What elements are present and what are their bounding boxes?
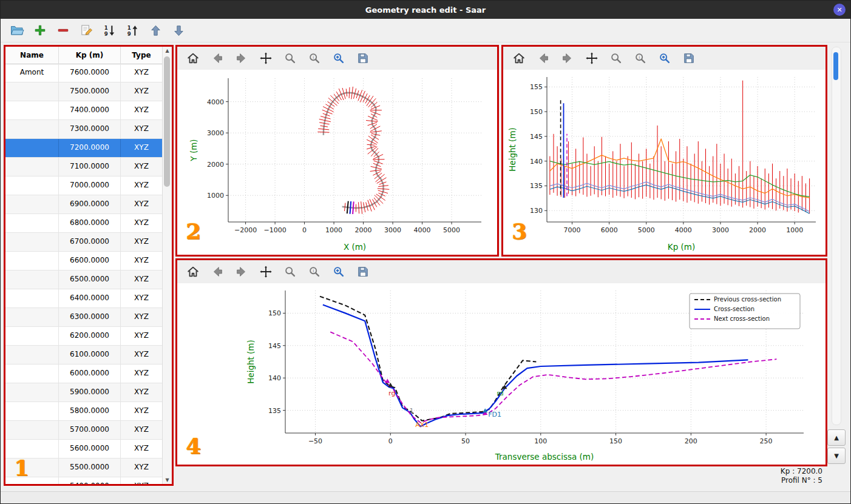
- table-cell-type[interactable]: XYZ: [121, 402, 163, 420]
- sort-descending-icon[interactable]: 19: [124, 22, 140, 38]
- move-up-icon[interactable]: [147, 22, 163, 38]
- table-row[interactable]: 6800.0000XYZ: [5, 214, 163, 233]
- table-cell-type[interactable]: XYZ: [121, 459, 163, 477]
- back-icon[interactable]: [210, 264, 225, 279]
- table-cell-type[interactable]: XYZ: [121, 139, 163, 157]
- table-cell-name[interactable]: [5, 176, 59, 195]
- save-icon[interactable]: [682, 51, 696, 66]
- table-row[interactable]: 6900.0000XYZ: [5, 195, 163, 214]
- table-row[interactable]: 6600.0000XYZ: [5, 252, 163, 270]
- table-cell-name[interactable]: [5, 365, 59, 383]
- open-file-icon[interactable]: [9, 22, 25, 38]
- zoom-original-icon[interactable]: i: [307, 51, 322, 66]
- table-row[interactable]: 7000.0000XYZ: [5, 176, 163, 195]
- forward-icon[interactable]: [560, 51, 575, 66]
- table-cell-kp[interactable]: 6900.0000: [59, 195, 121, 213]
- table-cell-type[interactable]: XYZ: [121, 346, 163, 364]
- forward-icon[interactable]: [234, 51, 249, 66]
- pan-icon[interactable]: [259, 264, 273, 279]
- table-row[interactable]: 6700.0000XYZ: [5, 233, 163, 252]
- table-header[interactable]: Name Kp (m) Type: [5, 47, 163, 64]
- table-row[interactable]: 7100.0000XYZ: [5, 158, 163, 176]
- table-cell-kp[interactable]: 6100.0000: [59, 346, 121, 364]
- table-cell-name[interactable]: [5, 421, 59, 439]
- table-cell-kp[interactable]: 5600.0000: [59, 440, 121, 458]
- table-cell-type[interactable]: XYZ: [121, 158, 163, 176]
- back-icon[interactable]: [210, 51, 225, 66]
- table-cell-type[interactable]: XYZ: [121, 289, 163, 307]
- table-cell-kp[interactable]: 5900.0000: [59, 383, 121, 402]
- table-cell-name[interactable]: [5, 195, 59, 213]
- add-profile-icon[interactable]: [32, 22, 48, 38]
- table-cell-name[interactable]: [5, 270, 59, 289]
- table-cell-name[interactable]: Amont: [5, 64, 59, 82]
- table-cell-name[interactable]: [5, 346, 59, 364]
- table-row[interactable]: 5500.0000XYZ: [5, 459, 163, 477]
- back-icon[interactable]: [536, 51, 551, 66]
- table-cell-kp[interactable]: 6500.0000: [59, 270, 121, 289]
- table-cell-kp[interactable]: 6400.0000: [59, 289, 121, 307]
- table-row[interactable]: 6200.0000XYZ: [5, 327, 163, 346]
- delete-profile-icon[interactable]: [55, 22, 71, 38]
- table-cell-kp[interactable]: 6300.0000: [59, 308, 121, 326]
- table-cell-kp[interactable]: 6000.0000: [59, 365, 121, 383]
- table-cell-type[interactable]: XYZ: [121, 327, 163, 345]
- table-scrollbar-thumb[interactable]: [164, 56, 170, 187]
- table-cell-kp[interactable]: 6200.0000: [59, 327, 121, 345]
- table-cell-type[interactable]: XYZ: [121, 64, 163, 82]
- table-cell-type[interactable]: XYZ: [121, 421, 163, 439]
- table-cell-type[interactable]: XYZ: [121, 252, 163, 270]
- table-row[interactable]: 7200.0000XYZ: [5, 139, 163, 158]
- table-cell-kp[interactable]: 7200.0000: [59, 139, 121, 157]
- home-icon[interactable]: [186, 264, 200, 279]
- table-cell-name[interactable]: [5, 82, 59, 101]
- table-cell-kp[interactable]: 6600.0000: [59, 252, 121, 270]
- table-row[interactable]: 6500.0000XYZ: [5, 270, 163, 289]
- column-header-name[interactable]: Name: [5, 47, 59, 64]
- table-cell-kp[interactable]: 7000.0000: [59, 176, 121, 195]
- table-cell-name[interactable]: [5, 139, 59, 157]
- table-scrollbar[interactable]: ▲ ▼: [162, 47, 172, 484]
- zoom-icon[interactable]: [283, 264, 297, 279]
- table-cell-name[interactable]: [5, 440, 59, 458]
- sort-ascending-icon[interactable]: 19: [101, 22, 117, 38]
- table-cell-type[interactable]: XYZ: [121, 214, 163, 232]
- table-cell-name[interactable]: [5, 383, 59, 402]
- table-cell-type[interactable]: XYZ: [121, 101, 163, 119]
- pan-icon[interactable]: [585, 51, 599, 66]
- forward-icon[interactable]: [234, 264, 249, 279]
- table-row[interactable]: 7500.0000XYZ: [5, 82, 163, 101]
- plan-view-chart[interactable]: −2000−1000010002000300040005000100020003…: [177, 70, 497, 255]
- longitudinal-profile-chart[interactable]: 7000600050004000300020001000130135140145…: [503, 70, 826, 255]
- table-row[interactable]: 5400.0000XYZ: [5, 477, 163, 484]
- table-cell-name[interactable]: [5, 120, 59, 138]
- cross-section-chart[interactable]: −50050100150200250135140145150rgrd1AX1FD…: [177, 283, 826, 465]
- pan-icon[interactable]: [259, 51, 273, 66]
- table-cell-type[interactable]: XYZ: [121, 120, 163, 138]
- table-cell-name[interactable]: [5, 158, 59, 176]
- scroll-up-icon[interactable]: ▲: [163, 47, 172, 55]
- zoom-original-icon[interactable]: i: [307, 264, 322, 279]
- table-row[interactable]: 5800.0000XYZ: [5, 402, 163, 421]
- save-icon[interactable]: [356, 264, 370, 279]
- table-cell-type[interactable]: XYZ: [121, 233, 163, 251]
- table-cell-kp[interactable]: 6700.0000: [59, 233, 121, 251]
- table-cell-kp[interactable]: 6800.0000: [59, 214, 121, 232]
- home-icon[interactable]: [186, 51, 200, 66]
- table-cell-name[interactable]: [5, 289, 59, 307]
- table-cell-type[interactable]: XYZ: [121, 477, 163, 484]
- table-cell-type[interactable]: XYZ: [121, 82, 163, 101]
- table-cell-type[interactable]: XYZ: [121, 176, 163, 195]
- table-cell-name[interactable]: [5, 214, 59, 232]
- table-cell-name[interactable]: [5, 308, 59, 326]
- table-cell-name[interactable]: [5, 101, 59, 119]
- table-cell-type[interactable]: XYZ: [121, 308, 163, 326]
- table-cell-name[interactable]: [5, 477, 59, 484]
- table-cell-kp[interactable]: 5400.0000: [59, 477, 121, 484]
- save-icon[interactable]: [356, 51, 370, 66]
- table-cell-name[interactable]: [5, 233, 59, 251]
- table-cell-type[interactable]: XYZ: [121, 365, 163, 383]
- column-header-kp[interactable]: Kp (m): [59, 47, 121, 64]
- table-cell-name[interactable]: [5, 402, 59, 420]
- table-cell-kp[interactable]: 7500.0000: [59, 82, 121, 101]
